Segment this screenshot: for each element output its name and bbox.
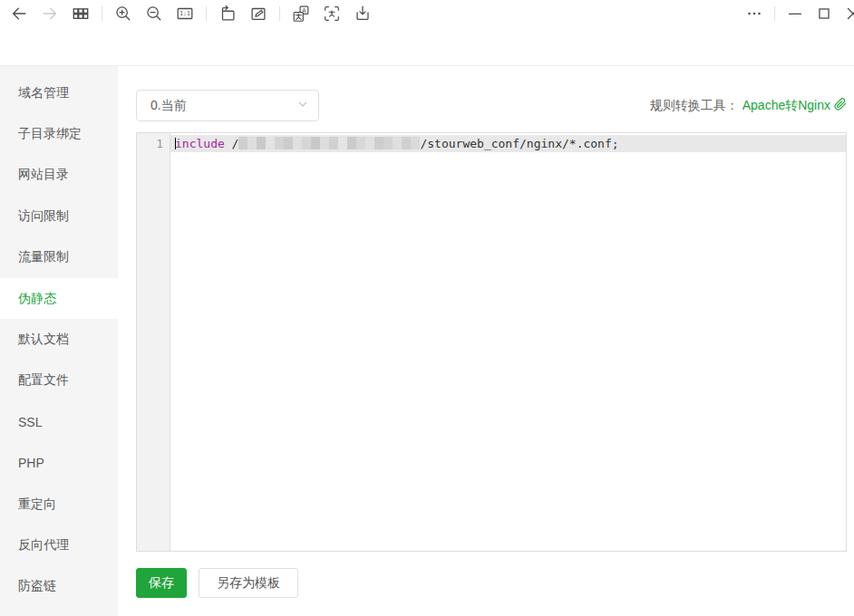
rewrite-settings-main: 0.当前 规则转换工具： Apache转Nginx 1 include //st… xyxy=(118,66,854,616)
toolbar-divider xyxy=(774,6,775,21)
zoom-out-button[interactable] xyxy=(143,3,165,24)
sidebar-item-label: 流量限制 xyxy=(18,249,69,265)
rotate-icon xyxy=(218,4,238,24)
sidebar-item-label: 防盗链 xyxy=(18,578,56,594)
sidebar-item-php[interactable]: PHP xyxy=(0,443,118,484)
code-text: /stourweb_conf/nginx/*.conf; xyxy=(420,137,618,150)
rewrite-version-select[interactable]: 0.当前 xyxy=(136,90,319,121)
code-text: / xyxy=(225,137,239,150)
code-area[interactable]: include //stourweb_conf/nginx/*.conf; xyxy=(170,133,846,551)
editor-header-row: 0.当前 规则转换工具： Apache转Nginx xyxy=(136,90,847,121)
actual-size-icon: 1:1 xyxy=(175,4,195,24)
code-keyword: include xyxy=(175,137,225,150)
paperclip-icon xyxy=(830,98,847,113)
maximize-icon xyxy=(814,4,834,24)
sidebar-item-traffic-limit[interactable]: 流量限制 xyxy=(0,237,118,278)
rewrite-code-editor[interactable]: 1 include //stourweb_conf/nginx/*.conf; xyxy=(136,132,847,552)
sidebar-item-label: 配置文件 xyxy=(18,372,69,389)
sidebar-item-ssl[interactable]: SSL xyxy=(0,401,118,442)
sidebar-item-label: 默认文档 xyxy=(18,332,69,348)
toolbar-divider xyxy=(102,6,102,21)
translate-button[interactable]: A xyxy=(290,3,312,24)
sidebar-item-site-directory[interactable]: 网站目录 xyxy=(0,155,118,196)
toolbar-divider xyxy=(279,6,280,21)
close-icon xyxy=(843,4,854,24)
edit-icon xyxy=(248,4,268,24)
sidebar-item-reverse-proxy[interactable]: 反向代理 xyxy=(0,525,118,565)
site-settings-panel: 域名管理 子目录绑定 网站目录 访问限制 流量限制 伪静态 默认文档 配置文件 … xyxy=(0,65,854,616)
gallery-grid-button[interactable] xyxy=(70,3,92,24)
sidebar-item-label: 伪静态 xyxy=(18,291,56,307)
select-value: 0.当前 xyxy=(150,98,187,114)
code-line[interactable]: include //stourweb_conf/nginx/*.conf; xyxy=(170,135,846,152)
rotate-button[interactable] xyxy=(217,3,238,24)
sidebar-item-label: 反向代理 xyxy=(18,537,69,553)
window-controls xyxy=(740,3,854,24)
download-button[interactable] xyxy=(352,3,374,24)
sidebar-item-label: 重定向 xyxy=(18,496,56,513)
rule-converter-label: 规则转换工具： xyxy=(650,98,739,114)
sidebar-item-label: 网站目录 xyxy=(18,167,69,183)
sidebar-item-label: SSL xyxy=(18,415,42,429)
sidebar-item-label: PHP xyxy=(18,456,44,470)
chevron-down-icon xyxy=(296,98,309,113)
editor-gutter: 1 xyxy=(137,133,170,551)
sidebar-item-redirect[interactable]: 重定向 xyxy=(0,484,118,525)
zoom-out-icon xyxy=(144,4,164,24)
gallery-grid-icon xyxy=(71,4,91,24)
forward-button[interactable] xyxy=(39,3,61,24)
close-button[interactable] xyxy=(842,3,854,24)
more-icon xyxy=(744,4,764,24)
sidebar-item-config-file[interactable]: 配置文件 xyxy=(0,361,118,401)
edit-button[interactable] xyxy=(247,3,269,24)
viewer-toolbar: 1:1 A xyxy=(0,0,854,27)
apache-to-nginx-link-label: Apache转Nginx xyxy=(742,98,830,114)
back-button[interactable] xyxy=(8,3,30,24)
sidebar-item-url-rewrite[interactable]: 伪静态 xyxy=(0,278,118,319)
line-number: 1 xyxy=(137,135,163,152)
redacted-path xyxy=(238,137,420,149)
minimize-button[interactable] xyxy=(784,3,806,24)
maximize-button[interactable] xyxy=(813,3,835,24)
sidebar-item-label: 子目录绑定 xyxy=(18,126,82,142)
actual-size-button[interactable]: 1:1 xyxy=(174,3,196,24)
save-button[interactable]: 保存 xyxy=(136,568,187,598)
ocr-text-select-icon xyxy=(322,4,342,24)
forward-icon xyxy=(40,4,60,24)
sidebar-item-hotlink-protection[interactable]: 防盗链 xyxy=(0,566,118,607)
rule-converter-tools: 规则转换工具： Apache转Nginx xyxy=(650,98,847,114)
zoom-in-button[interactable] xyxy=(112,3,134,24)
sidebar-item-domain-management[interactable]: 域名管理 xyxy=(0,72,118,113)
back-icon xyxy=(9,4,29,24)
minimize-icon xyxy=(785,4,805,24)
download-icon xyxy=(353,4,373,24)
save-as-template-button[interactable]: 另存为模板 xyxy=(199,568,298,598)
sidebar-item-default-document[interactable]: 默认文档 xyxy=(0,319,118,360)
svg-text:1:1: 1:1 xyxy=(180,10,190,17)
sidebar-item-access-restriction[interactable]: 访问限制 xyxy=(0,196,118,236)
editor-actions: 保存 另存为模板 xyxy=(136,568,847,598)
settings-sidebar: 域名管理 子目录绑定 网站目录 访问限制 流量限制 伪静态 默认文档 配置文件 … xyxy=(0,66,118,616)
apache-to-nginx-link[interactable]: Apache转Nginx xyxy=(742,98,847,114)
toolbar-divider xyxy=(206,6,207,21)
more-button[interactable] xyxy=(743,3,765,24)
ocr-text-select-button[interactable] xyxy=(321,3,343,24)
translate-icon: A xyxy=(291,4,311,24)
zoom-in-icon xyxy=(113,4,133,24)
sidebar-item-subdirectory-binding[interactable]: 子目录绑定 xyxy=(0,113,118,154)
sidebar-item-label: 域名管理 xyxy=(18,85,69,101)
sidebar-item-label: 访问限制 xyxy=(18,208,69,225)
